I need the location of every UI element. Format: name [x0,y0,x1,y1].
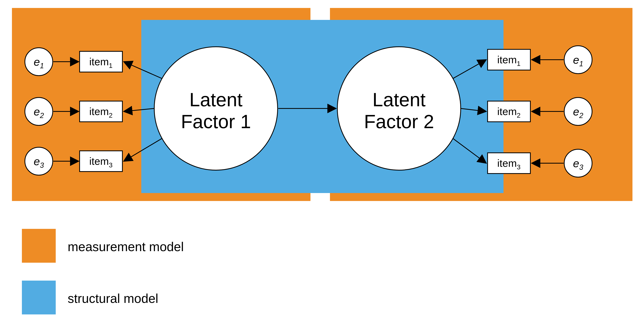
legend-label-measurement: measurement model [68,240,184,254]
error-circle-e1-right: e1 [564,46,592,74]
legend-swatch-structural [22,280,56,314]
latent-factor-2: Latent Factor 2 [337,47,461,170]
error-circle-e3-right: e3 [564,149,592,177]
error-label: e [34,56,40,68]
error-circle-e2-left: e2 [25,98,53,125]
legend-label-structural: structural model [68,291,158,306]
error-circle-e1-left: e1 [25,48,53,76]
svg-text:Latent: Latent [372,89,426,110]
error-circle-e2-right: e2 [564,98,592,125]
item-box-2-left: item2 [80,101,122,122]
legend-swatch-measurement [22,229,56,263]
item-box-1-left: item1 [80,51,122,72]
svg-text:Factor 2: Factor 2 [364,111,434,132]
error-circle-e3-left: e3 [25,147,53,175]
item-box-3-left: item3 [80,151,122,172]
item-box-1-right: item1 [488,49,530,70]
item-box-2-right: item2 [488,101,530,122]
svg-text:Factor 1: Factor 1 [181,111,251,132]
item-box-3-right: item3 [488,153,530,174]
sem-diagram: e1 e2 e3 item1 item2 item3 [0,0,644,320]
latent-factor-1: Latent Factor 1 [154,47,278,170]
svg-text:Latent: Latent [190,89,242,110]
